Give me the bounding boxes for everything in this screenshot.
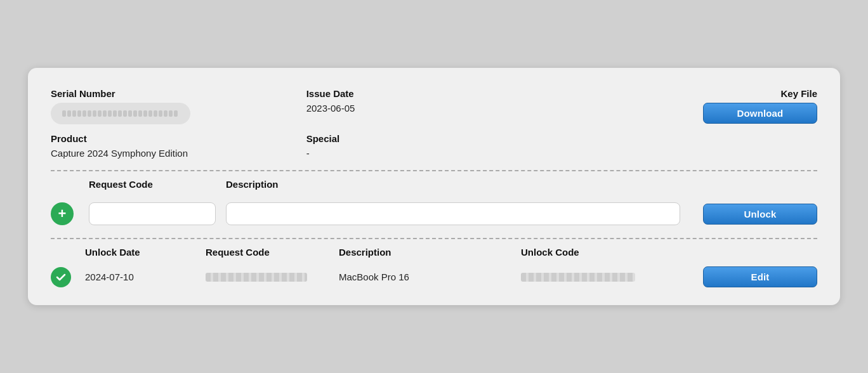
- bottom-section: Unlock Date Request Code Description Unl…: [51, 247, 817, 287]
- serial-number-label: Serial Number: [51, 88, 306, 99]
- request-code-redacted-bar: [206, 273, 307, 282]
- product-value: Capture 2024 Symphony Edition: [51, 148, 306, 159]
- table-row: 2024-07-10 MacBook Pro 16 Edit: [51, 266, 817, 287]
- description-header-middle: Description: [226, 179, 680, 190]
- product-label: Product: [51, 133, 306, 144]
- product-field: Product Capture 2024 Symphony Edition: [51, 133, 306, 159]
- issue-date-field: Issue Date 2023-06-05: [306, 88, 562, 127]
- check-circle-icon: [51, 267, 71, 287]
- plus-icon: +: [58, 207, 67, 221]
- middle-headers: Request Code Description: [51, 179, 817, 193]
- serial-number-field: Serial Number: [51, 88, 306, 127]
- add-button[interactable]: +: [51, 202, 74, 225]
- issue-date-label: Issue Date: [306, 88, 562, 99]
- middle-section: + Unlock: [51, 197, 817, 230]
- divider-1: [51, 170, 817, 171]
- special-field: Special -: [306, 133, 562, 159]
- special-value: -: [306, 148, 562, 159]
- description-value: MacBook Pro 16: [339, 272, 515, 282]
- unlock-date-header: Unlock Date: [85, 247, 199, 258]
- divider-2: [51, 238, 817, 239]
- bottom-headers: Unlock Date Request Code Description Unl…: [51, 247, 817, 261]
- unlock-code-value-redacted: [521, 273, 697, 282]
- description-header-bottom: Description: [339, 247, 515, 258]
- checkmark-icon: [55, 272, 67, 283]
- request-code-input[interactable]: [89, 202, 216, 225]
- edit-button[interactable]: Edit: [703, 266, 817, 287]
- product-section: Product Capture 2024 Symphony Edition Sp…: [51, 133, 817, 159]
- special-label: Special: [306, 133, 562, 144]
- unlock-code-redacted-bar: [521, 273, 635, 282]
- unlock-button[interactable]: Unlock: [703, 204, 817, 225]
- request-code-value-redacted: [206, 273, 332, 282]
- issue-date-value: 2023-06-05: [306, 103, 562, 114]
- serial-number-value: [51, 103, 190, 124]
- download-button[interactable]: Download: [703, 103, 817, 124]
- main-card: Serial Number Issue Date 2023-06-05 Key …: [28, 68, 840, 305]
- key-file-field: Key File Download: [562, 88, 817, 127]
- serial-redacted-display: [62, 107, 179, 121]
- unlock-code-header: Unlock Code: [521, 247, 697, 258]
- request-code-header: Request Code: [89, 179, 216, 190]
- top-section: Serial Number Issue Date 2023-06-05 Key …: [51, 88, 817, 127]
- key-file-label: Key File: [780, 88, 817, 99]
- request-code-header-bottom: Request Code: [206, 247, 332, 258]
- unlock-date-value: 2024-07-10: [85, 272, 199, 282]
- description-input[interactable]: [226, 202, 680, 225]
